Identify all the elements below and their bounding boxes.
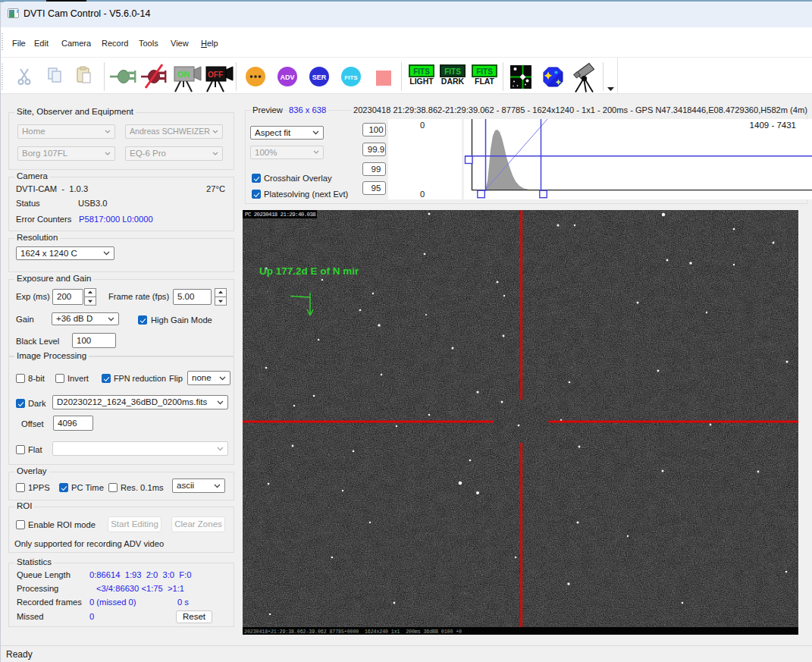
svg-text:FLAT: FLAT — [475, 77, 495, 86]
svg-text:FITS: FITS — [344, 74, 358, 81]
svg-text:ON: ON — [177, 70, 190, 79]
svg-text:1409 - 7431: 1409 - 7431 — [750, 121, 796, 130]
svg-text:20230418+21:29:38.062-39.062 8: 20230418+21:29:38.062-39.062 87785+0000 … — [244, 629, 462, 635]
svg-text:Up 177.2d E of N mir: Up 177.2d E of N mir — [259, 265, 359, 277]
svg-text:FITS: FITS — [444, 67, 461, 76]
svg-text:OFF: OFF — [208, 71, 223, 79]
svg-text:LIGHT: LIGHT — [409, 77, 434, 86]
svg-text:FITS: FITS — [413, 67, 430, 76]
svg-text:PC 20230418 21:29:40.038: PC 20230418 21:29:40.038 — [245, 212, 315, 218]
svg-text:ADV: ADV — [280, 74, 294, 81]
svg-text:FITS: FITS — [476, 67, 493, 76]
svg-text:DARK: DARK — [441, 77, 465, 86]
svg-text:SER: SER — [312, 74, 327, 81]
